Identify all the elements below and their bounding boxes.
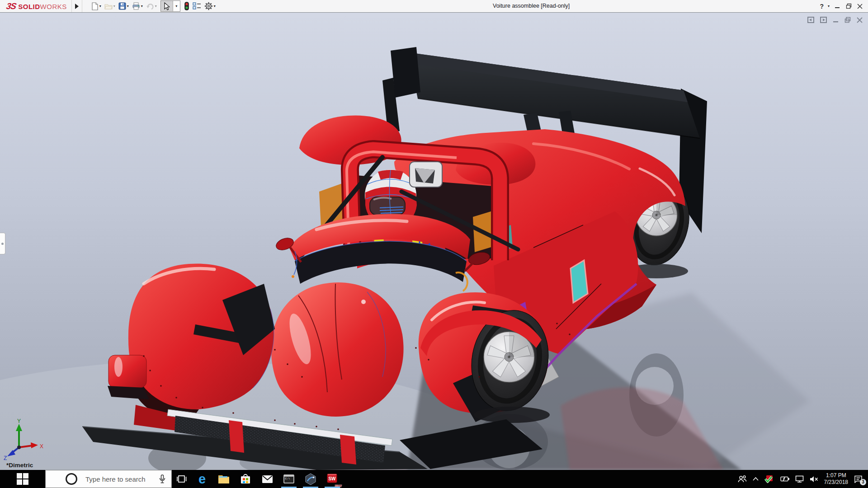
doc-minimize-icon[interactable]	[833, 17, 839, 23]
task-list-icon	[193, 2, 201, 10]
notification-badge: 3	[860, 479, 866, 485]
orientation-triad: Y X Z	[3, 418, 48, 460]
dropdown-caret-icon[interactable]: ▾	[127, 5, 129, 8]
main-toolbar: ▾ ▾ ▾ ▾	[90, 0, 217, 12]
dassault-3ds-logo-icon: 3S	[5, 1, 17, 11]
clock-time: 1:07 PM	[824, 472, 848, 479]
doc-close-icon[interactable]	[857, 17, 863, 23]
restore-button[interactable]	[845, 3, 852, 10]
dropdown-caret-icon[interactable]: ▾	[113, 5, 115, 8]
print-button[interactable]: ▾	[131, 1, 144, 11]
windows-taskbar: e C:	[0, 470, 868, 488]
dropdown-caret-icon[interactable]: ▾	[99, 5, 101, 8]
taskbar-icon-edge[interactable]: e	[195, 470, 209, 488]
store-icon	[240, 474, 251, 484]
window-controls: ? ▾	[820, 0, 863, 12]
command-prompt-icon: C:\	[283, 474, 294, 483]
taskbar-icon-store[interactable]	[239, 470, 252, 488]
document-title: Voiture assomblee [Read-only]	[493, 3, 570, 9]
gear-icon	[204, 2, 213, 10]
y-axis-label: Y	[17, 418, 21, 424]
file-explorer-icon	[218, 474, 230, 484]
cortana-icon[interactable]	[66, 473, 77, 485]
taskbar-icon-solidworks-2017[interactable]: SW 2017	[326, 470, 339, 488]
battery-tray[interactable]	[779, 476, 789, 482]
battery-icon	[779, 476, 789, 482]
windows-logo-icon	[17, 473, 28, 485]
panel-tab-grip-icon	[1, 243, 4, 245]
solidworks-logo: 3S SOLID WORKS	[6, 1, 67, 11]
sw-check-icon	[764, 475, 774, 483]
start-button[interactable]	[0, 470, 45, 488]
edge-icon: e	[198, 473, 206, 486]
clock-date: 7/23/2018	[824, 479, 848, 486]
undo-button[interactable]: ▾	[145, 2, 158, 11]
volume-tray[interactable]	[810, 476, 818, 483]
solidworks-2017-icon: SW	[326, 473, 338, 485]
dropdown-caret-icon[interactable]: ▾	[214, 5, 216, 8]
sw-cube-label: SW	[328, 476, 336, 481]
x-axis-label: X	[40, 443, 43, 450]
solidworks-monitor-tray[interactable]	[764, 475, 774, 483]
dropdown-caret-icon[interactable]: ▾	[155, 5, 157, 8]
pane-right-icon[interactable]	[820, 17, 827, 23]
tray-overflow-button[interactable]	[753, 477, 759, 481]
logo-text-works: WORKS	[40, 3, 67, 10]
dropdown-caret-icon[interactable]: ▾	[141, 5, 143, 8]
cmd-label: C:\	[285, 477, 290, 480]
rearview-mirror	[410, 162, 442, 187]
menu-flyout-arrow-icon[interactable]	[71, 0, 82, 12]
taskbar-app-icons: e C:	[195, 470, 339, 488]
taskbar-icon-file-explorer[interactable]	[217, 470, 231, 488]
select-tool-button[interactable]: ▾	[160, 0, 180, 12]
collapsed-panel-tab[interactable]	[0, 233, 5, 254]
microphone-icon[interactable]	[159, 474, 165, 483]
network-tray[interactable]	[795, 475, 804, 483]
system-tray: 1:07 PM 7/23/2018 3	[738, 472, 863, 486]
titlebar: 3S SOLID WORKS ▾ ▾ ▾	[0, 0, 868, 13]
3d-model-scene[interactable]	[0, 13, 868, 470]
doc-restore-icon[interactable]	[844, 17, 851, 23]
select-tool-dropdown[interactable]: ▾	[173, 1, 180, 11]
task-view-icon	[177, 475, 187, 483]
save-button[interactable]: ▾	[117, 1, 130, 11]
undo-arrow-icon	[146, 3, 154, 10]
speaker-mute-icon	[810, 476, 818, 483]
open-document-button[interactable]: ▾	[103, 2, 117, 11]
save-floppy-icon	[118, 2, 126, 10]
search-input[interactable]	[85, 475, 154, 483]
people-icon	[738, 475, 747, 483]
open-folder-icon	[104, 3, 113, 10]
new-document-button[interactable]: ▾	[90, 1, 103, 11]
help-dropdown-caret-icon[interactable]: ▾	[828, 5, 830, 8]
traffic-light-icon	[184, 2, 189, 10]
cowl-windscreen[interactable]	[289, 214, 470, 284]
select-cursor-icon[interactable]	[161, 1, 173, 11]
graphics-viewport[interactable]: Y X Z *Dimetric	[0, 13, 868, 470]
taskbar-search[interactable]	[45, 470, 172, 488]
settings-button[interactable]: ▾	[203, 1, 217, 11]
taskbar-icon-command-prompt[interactable]: C:\	[282, 470, 296, 488]
help-button[interactable]: ?	[820, 3, 824, 10]
hood-nose[interactable]	[271, 282, 404, 417]
front-corner-pod	[108, 355, 146, 388]
network-icon	[795, 475, 804, 483]
minimize-button[interactable]	[834, 3, 841, 10]
close-button[interactable]	[856, 3, 863, 10]
options-list-button[interactable]	[191, 1, 203, 11]
new-document-icon	[91, 2, 99, 10]
z-axis-label: Z	[4, 455, 7, 460]
cad-viewer-hexagon-icon	[305, 473, 316, 485]
print-icon	[132, 2, 140, 10]
pane-left-icon[interactable]	[807, 17, 814, 23]
people-button[interactable]	[738, 475, 747, 483]
task-view-button[interactable]	[172, 470, 192, 488]
action-center-button[interactable]: 3	[854, 475, 863, 483]
taskbar-icon-mail[interactable]	[260, 470, 274, 488]
taskbar-clock[interactable]: 1:07 PM 7/23/2018	[824, 472, 848, 486]
rebuild-button[interactable]	[183, 1, 191, 11]
taskbar-icon-cad-viewer[interactable]	[304, 470, 317, 488]
chevron-up-icon	[753, 477, 759, 481]
mail-icon	[262, 475, 273, 483]
view-orientation-label: *Dimetric	[6, 462, 33, 469]
